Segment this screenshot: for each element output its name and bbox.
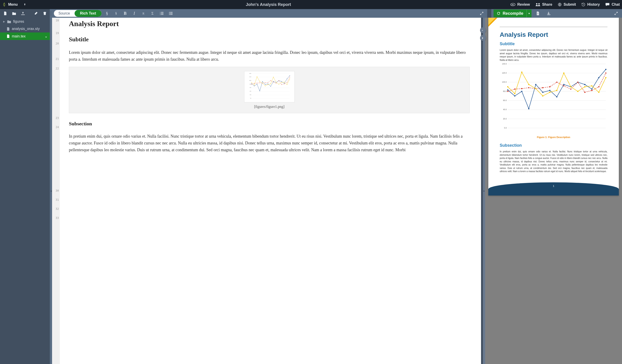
svg-rect-110: [598, 77, 600, 78]
main-area: ▸ figures analysis_orax.sty main.tex ⌄ ◂…: [0, 18, 622, 364]
history-button[interactable]: History: [581, 2, 600, 7]
pdf-title: Analysis Report: [500, 27, 607, 38]
svg-rect-98: [514, 95, 515, 96]
submit-button[interactable]: Submit: [558, 2, 576, 7]
pdf-expand-button[interactable]: [612, 10, 620, 17]
svg-rect-50: [289, 76, 290, 76]
bold-button[interactable]: B: [122, 10, 129, 17]
pdf-subsection: Subsection: [500, 143, 607, 148]
svg-rect-43: [270, 86, 271, 87]
folder-figures[interactable]: ▸ figures: [0, 18, 50, 25]
svg-point-11: [169, 12, 170, 13]
menu-button[interactable]: Menu: [2, 2, 18, 7]
svg-rect-69: [259, 81, 260, 82]
file-main[interactable]: main.tex ⌄: [0, 33, 50, 40]
refresh-icon: [497, 12, 500, 15]
svg-rect-76: [278, 84, 279, 85]
file-icon: [7, 35, 10, 38]
recompile-label: Recompile: [503, 11, 523, 16]
svg-point-15: [169, 14, 170, 15]
pdf-preview[interactable]: Analysis Report Subtitle Lorem ipsum dol…: [485, 18, 622, 364]
recompile-button[interactable]: Recompile: [494, 10, 526, 17]
bullet-list-button[interactable]: [167, 10, 174, 17]
svg-rect-37: [254, 86, 254, 86]
arrow-up-icon: [23, 3, 26, 6]
sidebar-edge[interactable]: ◂: [50, 18, 52, 364]
numbered-list-button[interactable]: 123: [158, 10, 165, 17]
toolbar: Source Rich Text § § B I π Σ 123 Recompi…: [0, 9, 622, 18]
source-tab[interactable]: Source: [54, 10, 75, 17]
svg-rect-131: [535, 88, 536, 89]
svg-rect-48: [284, 83, 284, 84]
svg-rect-119: [556, 82, 557, 83]
svg-point-3: [538, 3, 540, 4]
svg-rect-14: [170, 13, 173, 14]
file-icon: [7, 27, 10, 31]
rename-button[interactable]: [33, 10, 38, 17]
svg-rect-49: [287, 79, 287, 79]
chevron-right-icon: ▸: [3, 19, 5, 24]
pane-divider-top[interactable]: [487, 9, 491, 18]
svg-rect-74: [273, 77, 273, 77]
svg-rect-72: [268, 85, 268, 85]
sigma-button[interactable]: Σ: [149, 10, 156, 17]
upload-button[interactable]: [20, 10, 25, 17]
svg-rect-39: [259, 91, 260, 91]
figure-caption: [figures/figure1.png]: [73, 105, 465, 109]
subsection-heading: Subsection: [69, 121, 470, 127]
svg-text:Ab: Ab: [512, 4, 514, 6]
pi-button[interactable]: π: [140, 10, 147, 17]
svg-rect-61: [278, 81, 279, 81]
svg-rect-7: [161, 14, 163, 15]
delete-button[interactable]: [42, 10, 47, 17]
editor-toolbar: Source Rich Text § § B I π Σ 123: [52, 9, 487, 18]
review-button[interactable]: Ab Review: [510, 2, 530, 7]
logs-button[interactable]: [534, 10, 542, 17]
svg-rect-104: [556, 96, 557, 97]
recompile-dropdown[interactable]: ▼: [526, 10, 531, 17]
new-folder-button[interactable]: [12, 10, 16, 17]
menu-label: Menu: [8, 2, 18, 7]
page-number: 1: [553, 185, 554, 187]
svg-text:100.0: 100.0: [502, 81, 507, 83]
doc-subtitle: Subtitle: [69, 36, 470, 43]
svg-text:140.0: 140.0: [502, 63, 507, 65]
share-button[interactable]: Share: [535, 2, 552, 7]
file-sty[interactable]: analysis_orax.sty: [0, 25, 50, 33]
svg-point-2: [536, 3, 537, 4]
svg-rect-118: [549, 86, 550, 87]
rich-text-tab[interactable]: Rich Text: [75, 10, 102, 17]
chat-button[interactable]: Chat: [605, 2, 620, 7]
subsection-button[interactable]: §: [113, 10, 120, 17]
sidebar-collapse[interactable]: [50, 9, 52, 18]
file-label: analysis_orax.sty: [12, 27, 40, 31]
svg-rect-97: [507, 90, 508, 91]
editor-content[interactable]: Analysis Report Subtitle Lorem ipsum dol…: [60, 18, 481, 364]
editor-expand-button[interactable]: [478, 10, 485, 17]
project-title: John's Analysis Report: [26, 2, 511, 7]
svg-rect-139: [591, 85, 592, 87]
pane-divider[interactable]: ➜ ➜ ▸: [481, 18, 485, 364]
svg-rect-124: [591, 90, 592, 91]
svg-rect-126: [605, 73, 606, 73]
doc-title: Analysis Report: [69, 19, 470, 28]
svg-rect-133: [549, 92, 550, 93]
svg-rect-115: [528, 87, 529, 88]
preview-edge[interactable]: ▸: [483, 18, 485, 364]
section-button[interactable]: §: [103, 10, 111, 17]
overleaf-logo-icon: [2, 2, 6, 7]
svg-text:120.0: 120.0: [502, 72, 507, 74]
up-button[interactable]: [23, 3, 26, 6]
svg-text:60.0: 60.0: [250, 87, 251, 88]
share-label: Share: [542, 2, 552, 7]
svg-rect-125: [598, 86, 600, 87]
pdf-page: Analysis Report Subtitle Lorem ipsum dol…: [488, 18, 619, 196]
svg-text:80.0: 80.0: [503, 90, 507, 92]
svg-rect-113: [514, 89, 515, 90]
svg-rect-16: [170, 14, 173, 15]
svg-rect-38: [257, 84, 257, 85]
download-pdf-button[interactable]: [545, 10, 552, 17]
svg-text:40.0: 40.0: [503, 108, 507, 110]
new-file-button[interactable]: [3, 10, 7, 17]
italic-button[interactable]: I: [131, 10, 138, 17]
